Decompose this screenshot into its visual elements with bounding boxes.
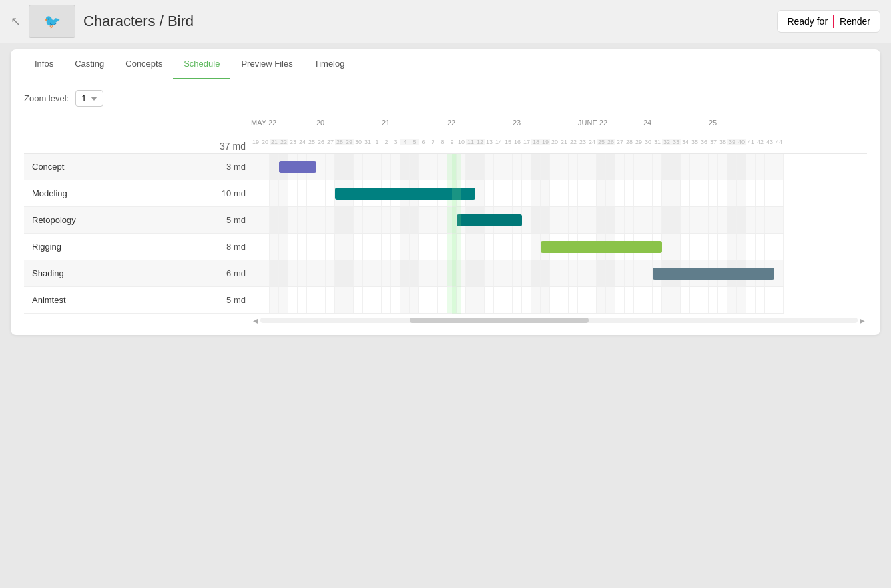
day-cell [494,154,503,180]
day-cell [550,207,559,233]
day-cell [391,260,400,286]
day-cell [382,154,391,180]
day-cell [671,287,681,313]
day-cell [662,180,671,206]
day-cell [372,234,382,260]
day-cell [737,154,746,180]
day-cell [699,180,709,206]
day-cell [531,260,541,286]
day-cell [410,234,419,260]
day-label-cell: 19 [251,139,260,145]
day-label-cell: 19 [541,139,550,145]
day-cell [372,207,382,233]
day-cell [485,234,494,260]
tab-preview-files[interactable]: Preview Files [230,49,303,79]
day-cell [475,234,485,260]
day-cell [634,207,643,233]
day-label-cell: 23 [578,139,587,145]
day-cell [438,260,447,286]
status-value-label: Render [840,16,870,27]
status-button[interactable]: Ready for Render [777,10,880,33]
day-cell [569,207,578,233]
zoom-label: Zoom level: [24,93,69,103]
day-cell [372,260,382,286]
day-cell [522,154,531,180]
day-cell [410,207,419,233]
gantt-bar [457,214,522,226]
week-label: MAY 22 [251,119,276,127]
chart-row [251,207,784,234]
day-cell [653,154,662,180]
day-cell [428,154,438,180]
day-cell [681,234,690,260]
tab-timelog[interactable]: Timelog [304,49,356,79]
back-button[interactable]: ↖ [11,14,21,29]
day-cell [662,287,671,313]
gantt-task-row: Modeling10 md [24,180,251,207]
day-cell [774,207,784,233]
task-md: 3 md [211,162,251,172]
day-cell [279,260,288,286]
day-cell [400,287,410,313]
scrollbar-thumb[interactable] [410,318,589,323]
day-cell [466,260,475,286]
day-cell [344,234,354,260]
day-label-cell: 42 [756,139,765,145]
page-title: Characters / Bird [83,13,769,30]
zoom-select[interactable]: 1 2 3 [75,90,103,107]
day-label-cell: 22 [569,139,578,145]
day-label-cell: 4 [400,139,410,145]
day-cell [559,180,569,206]
day-label-cell: 21 [559,139,569,145]
scroll-left-arrow[interactable]: ◀ [251,316,260,324]
day-cell [494,260,503,286]
day-label-cell: 3 [391,139,400,145]
tab-schedule[interactable]: Schedule [173,49,230,79]
horizontal-scrollbar[interactable]: ◀ ▶ [251,316,867,324]
day-cell [326,287,335,313]
day-cell [709,287,718,313]
day-cell [746,287,756,313]
day-cell [298,287,307,313]
day-cell [513,287,522,313]
day-label-cell: 25 [307,139,316,145]
day-cell [606,154,615,180]
day-label-cell: 30 [643,139,653,145]
day-cell [522,207,531,233]
day-cell [354,260,363,286]
day-cell [400,207,410,233]
day-cell [541,180,550,206]
day-cell [513,260,522,286]
day-cell [634,180,643,206]
day-cell [344,154,354,180]
status-ready-label: Ready for [787,16,828,27]
day-cell [727,180,737,206]
task-name: Retopology [24,215,211,225]
day-cell [550,260,559,286]
day-cell [503,234,513,260]
day-cell [326,260,335,286]
day-cell [372,287,382,313]
day-cell [513,234,522,260]
tab-concepts[interactable]: Concepts [115,49,173,79]
scroll-right-arrow[interactable]: ▶ [858,316,867,324]
day-label-cell: 18 [531,139,541,145]
day-cell [718,207,727,233]
day-cell [428,234,438,260]
day-cell [457,154,466,180]
day-cell [288,180,298,206]
day-cell [400,234,410,260]
day-cell [671,234,681,260]
day-label-cell: 34 [681,139,690,145]
day-cell [344,260,354,286]
day-label-cell: 16 [513,139,522,145]
tab-casting[interactable]: Casting [64,49,115,79]
day-cell [251,287,260,313]
day-cell [699,287,709,313]
day-cell [447,207,457,233]
day-cell [363,260,372,286]
day-cell [354,154,363,180]
day-cell [363,287,372,313]
tab-infos[interactable]: Infos [24,49,64,79]
day-cell [578,154,587,180]
